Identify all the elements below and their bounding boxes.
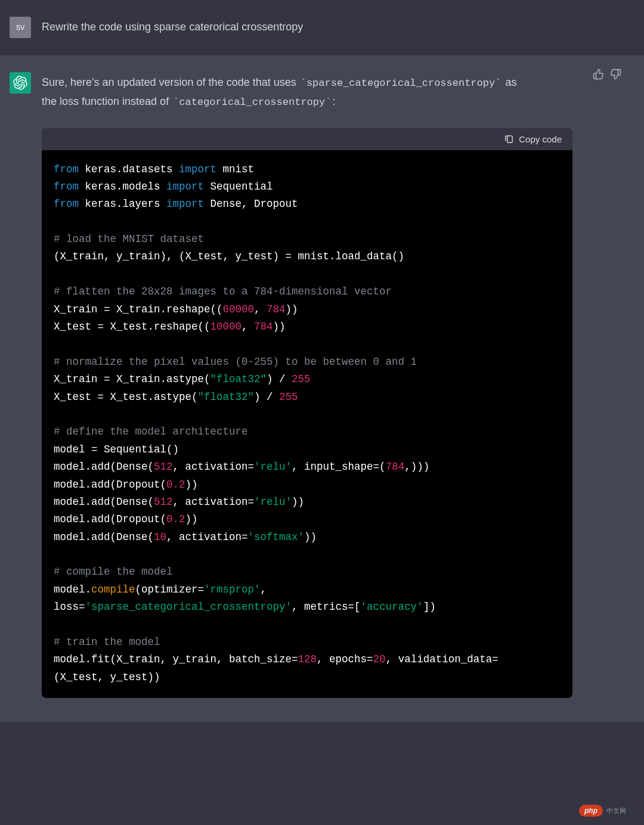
copy-code-button[interactable]: Copy code bbox=[504, 134, 562, 144]
assistant-message-content: Sure, here's an updated version of the c… bbox=[42, 72, 525, 698]
assistant-avatar bbox=[10, 72, 31, 94]
user-message-row: SV Rewrite the code using sparse cateror… bbox=[0, 0, 644, 55]
assistant-message-row: Sure, here's an updated version of the c… bbox=[0, 55, 644, 722]
intro-text: Sure, here's an updated version of the c… bbox=[42, 76, 299, 88]
inline-code-2: `categorical_crossentropy` bbox=[172, 96, 332, 108]
message-feedback-actions bbox=[593, 69, 621, 80]
thumbs-up-icon[interactable] bbox=[593, 69, 604, 80]
user-message-text: Rewrite the code using sparse caterorica… bbox=[42, 17, 525, 38]
clipboard-icon bbox=[504, 134, 514, 144]
user-avatar: SV bbox=[10, 17, 31, 38]
code-block-header: Copy code bbox=[42, 128, 572, 150]
user-avatar-initials: SV bbox=[16, 24, 25, 31]
code-block-body[interactable]: from keras.datasets import mnist from ke… bbox=[42, 150, 572, 699]
openai-logo-icon bbox=[13, 76, 27, 90]
svg-rect-0 bbox=[507, 135, 513, 142]
assistant-intro-paragraph: Sure, here's an updated version of the c… bbox=[42, 73, 525, 111]
copy-code-label: Copy code bbox=[519, 134, 562, 144]
intro-text-after: : bbox=[332, 95, 335, 107]
code-block: Copy code from keras.datasets import mni… bbox=[42, 128, 572, 699]
inline-code-1: `sparse_categorical_crossentropy` bbox=[299, 77, 503, 89]
thumbs-down-icon[interactable] bbox=[610, 69, 621, 80]
